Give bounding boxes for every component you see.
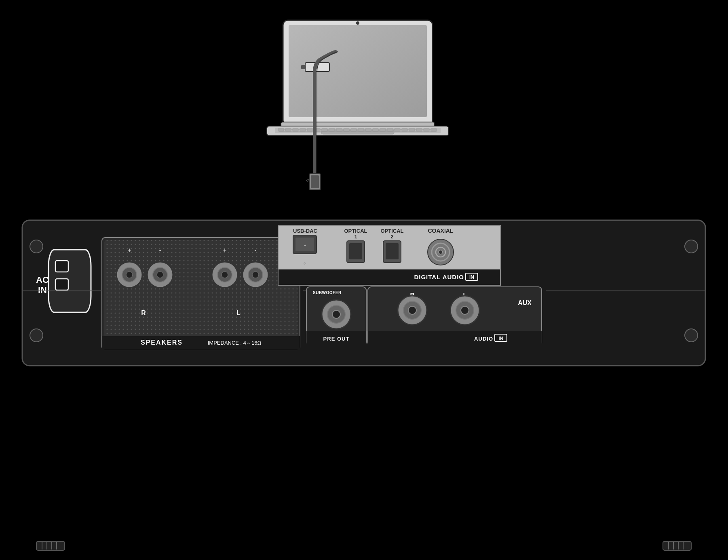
svg-rect-94 [278,269,500,285]
svg-rect-4 [281,122,435,127]
svg-text:SUBWOOFER: SUBWOOFER [313,291,342,295]
svg-rect-72 [102,336,300,350]
svg-text:-: - [255,247,257,253]
svg-rect-115 [368,331,542,346]
svg-rect-117 [495,334,507,341]
svg-rect-88 [386,243,399,259]
svg-rect-84 [349,243,362,259]
svg-rect-51 [104,240,298,338]
svg-rect-28 [409,128,415,131]
svg-rect-0 [283,20,433,125]
svg-rect-38 [309,174,321,190]
svg-point-44 [685,329,698,342]
diagram-container: ⬥ ⬦ AC IN [0,0,728,560]
svg-rect-50 [102,238,300,350]
svg-point-67 [248,267,263,282]
svg-text:IN: IN [38,285,47,295]
svg-point-113 [456,301,474,319]
svg-rect-7 [321,130,394,134]
svg-point-92 [436,247,445,257]
svg-rect-53 [104,240,298,338]
svg-rect-25 [387,128,393,131]
svg-text:IN: IN [499,336,503,341]
svg-point-101 [327,305,345,323]
svg-point-60 [157,272,163,278]
svg-text:OPTICAL: OPTICAL [344,228,367,234]
svg-point-109 [403,301,421,319]
svg-text:R: R [410,291,415,298]
svg-rect-119 [36,541,65,550]
svg-rect-32 [305,63,329,72]
svg-rect-124 [663,541,691,550]
svg-rect-6 [275,128,441,133]
svg-rect-49 [55,279,68,290]
svg-rect-40 [22,220,705,366]
svg-text:⬦: ⬦ [306,175,310,183]
svg-point-108 [398,296,427,325]
svg-rect-78 [295,238,314,251]
svg-point-91 [432,243,449,261]
svg-rect-31 [431,128,437,131]
svg-point-54 [116,262,142,288]
svg-text:AUDIO: AUDIO [474,336,493,342]
svg-rect-18 [336,128,342,131]
svg-point-62 [212,262,238,288]
svg-rect-96 [466,273,478,280]
svg-rect-20 [351,128,357,131]
svg-point-114 [461,306,469,314]
svg-rect-75 [278,225,500,269]
svg-text:⬥: ⬥ [314,63,319,70]
svg-rect-98 [306,287,366,345]
usb-plug-laptop: ⬥ [301,63,329,72]
svg-text:USB-DAC: USB-DAC [293,228,318,234]
svg-rect-22 [365,128,371,131]
svg-text:OPTICAL: OPTICAL [380,228,403,234]
svg-rect-105 [368,287,542,345]
svg-rect-10 [278,128,284,131]
svg-text:IMPEDANCE : 4～16Ω: IMPEDANCE : 4～16Ω [208,340,262,346]
svg-point-58 [147,262,173,288]
svg-text:⬥: ⬥ [304,242,306,248]
laptop-illustration [267,20,449,136]
svg-text:L: L [236,309,241,316]
svg-text:COAXIAL: COAXIAL [428,227,454,234]
svg-rect-103 [306,331,366,346]
svg-text:AC: AC [36,275,49,285]
svg-rect-13 [300,128,306,131]
svg-rect-29 [416,128,422,131]
svg-rect-14 [307,128,313,131]
svg-rect-83 [347,241,365,263]
svg-rect-1 [289,25,427,117]
svg-text:IN: IN [469,274,474,280]
svg-rect-23 [373,128,378,131]
svg-rect-17 [329,128,335,131]
svg-rect-19 [344,128,349,131]
svg-text:+: + [223,247,226,253]
svg-rect-34 [301,65,306,69]
svg-point-64 [222,272,228,278]
svg-point-102 [332,310,340,318]
svg-point-56 [126,272,133,278]
svg-point-43 [685,240,698,253]
svg-rect-77 [293,235,317,254]
svg-text:R: R [141,309,146,316]
svg-rect-11 [285,128,291,131]
svg-rect-24 [380,128,386,131]
svg-text:PRE OUT: PRE OUT [323,336,350,342]
svg-text:AUX: AUX [518,299,532,306]
svg-point-55 [122,267,137,282]
svg-point-68 [252,272,259,278]
svg-rect-48 [55,261,68,272]
svg-point-112 [450,296,479,325]
svg-rect-5 [267,126,449,136]
svg-rect-16 [322,128,327,131]
svg-text:⬦: ⬦ [303,259,306,266]
svg-rect-21 [358,128,364,131]
svg-text:+: + [128,247,131,253]
svg-point-100 [322,300,351,329]
svg-text:DIGITAL AUDIO: DIGITAL AUDIO [414,274,464,280]
svg-text:L: L [463,291,466,298]
svg-point-93 [439,250,443,254]
svg-point-42 [30,329,43,342]
svg-text:-: - [159,247,161,253]
